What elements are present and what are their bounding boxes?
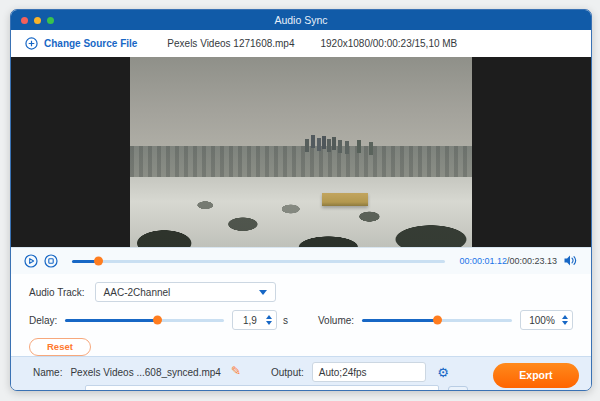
delay-value-input[interactable] [237, 314, 263, 327]
source-file-info: 1920x1080/00:00:23/15,10 MB [321, 38, 458, 49]
save-path-input[interactable] [86, 389, 438, 391]
chevron-down-icon [259, 290, 267, 295]
output-label: Output: [271, 367, 304, 378]
speaker-icon[interactable] [563, 254, 578, 268]
stepper-down-icon[interactable] [266, 321, 272, 325]
change-source-file-label: Change Source File [44, 38, 137, 49]
volume-value-input[interactable] [525, 314, 559, 327]
reset-button[interactable]: Reset [29, 338, 91, 356]
volume-stepper [520, 310, 573, 330]
export-button[interactable]: Export [493, 363, 579, 388]
controls-panel: Audio Track: AAC-2Channel Delay: [11, 274, 591, 356]
title-bar: Audio Sync [11, 10, 591, 30]
output-format-box[interactable]: Auto;24fps ⚙ [312, 362, 426, 382]
delay-thumb[interactable] [153, 316, 162, 325]
stepper-up-icon[interactable] [266, 315, 272, 319]
plus-circle-icon [25, 37, 38, 50]
playback-progress-slider[interactable] [72, 260, 445, 263]
time-display: 00:00:01.12/00:00:23.13 [459, 256, 557, 266]
save-to-label: Save to: [33, 389, 70, 391]
video-trees [130, 57, 472, 247]
audio-track-value: AAC-2Channel [104, 287, 171, 298]
change-source-file-button[interactable]: Change Source File [25, 37, 137, 50]
gear-icon[interactable]: ⚙ [437, 366, 449, 379]
name-label: Name: [33, 367, 62, 378]
volume-label: Volume: [318, 315, 354, 326]
total-time: /00:00:23.13 [507, 256, 557, 266]
audio-track-label: Audio Track: [29, 287, 85, 298]
output-format-value: Auto;24fps [319, 367, 367, 378]
delay-stepper-arrows[interactable] [266, 315, 272, 325]
stepper-up-icon[interactable] [562, 315, 568, 319]
volume-thumb[interactable] [433, 316, 442, 325]
video-frame[interactable] [130, 57, 472, 247]
delay-unit: s [283, 315, 288, 326]
video-preview-area [11, 57, 591, 247]
volume-slider[interactable] [362, 319, 512, 322]
progress-thumb[interactable] [94, 257, 103, 266]
save-path-field [85, 385, 439, 391]
current-time: 00:00:01.12 [459, 256, 507, 266]
output-file-name: Pexels Videos ...608_synced.mp4 [70, 367, 220, 378]
play-button[interactable] [24, 254, 38, 268]
delay-slider[interactable] [65, 319, 224, 322]
app-window: Audio Sync Change Source File Pexels Vid… [10, 9, 592, 391]
toolbar: Change Source File Pexels Videos 1271608… [11, 30, 591, 57]
source-file-name: Pexels Videos 1271608.mp4 [167, 38, 294, 49]
stop-button[interactable] [44, 254, 58, 268]
delay-label: Delay: [29, 315, 57, 326]
audio-track-select[interactable]: AAC-2Channel [95, 282, 276, 302]
export-panel: Name: Pexels Videos ...608_synced.mp4 ✎ … [11, 356, 591, 392]
screen: Audio Sync Change Source File Pexels Vid… [0, 0, 600, 401]
volume-stepper-arrows[interactable] [562, 315, 568, 325]
transport-bar: 00:00:01.12/00:00:23.13 [11, 247, 591, 274]
stepper-down-icon[interactable] [562, 321, 568, 325]
edit-name-icon[interactable]: ✎ [231, 365, 241, 377]
browse-folder-button[interactable] [448, 386, 468, 392]
window-title: Audio Sync [11, 14, 591, 26]
delay-stepper [232, 310, 277, 330]
